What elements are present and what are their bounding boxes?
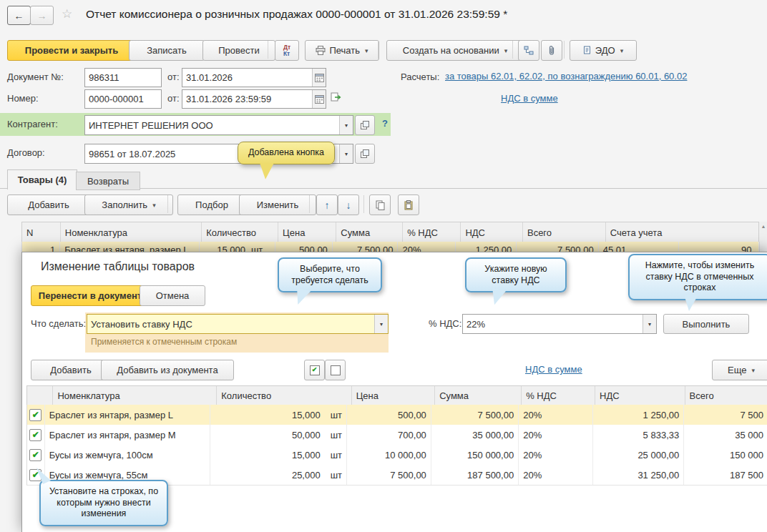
- header-price[interactable]: Цена: [278, 222, 336, 242]
- calendar-icon[interactable]: [312, 90, 326, 108]
- doc-date-from-label: от:: [167, 72, 180, 82]
- toolbar-separator: [167, 195, 168, 213]
- chevron-down-icon[interactable]: ▾: [339, 144, 353, 163]
- header-checkbox: [27, 386, 53, 405]
- settlements-label: Расчеты:: [401, 72, 439, 82]
- open-contractor-button[interactable]: [355, 115, 375, 135]
- copy-icon: [376, 200, 385, 210]
- header-quantity[interactable]: Количество: [202, 222, 278, 242]
- number-input[interactable]: 0000-000001: [84, 89, 162, 109]
- check-all-button[interactable]: ✔: [304, 360, 325, 380]
- cell-vat: 1 250,00: [593, 405, 684, 425]
- printer-icon: [316, 46, 326, 55]
- forward-icon: →: [37, 10, 47, 21]
- write-button[interactable]: Записать: [129, 40, 205, 61]
- uncheck-all-button[interactable]: [325, 360, 346, 380]
- cell-vat-rate: 20%: [519, 465, 593, 485]
- dialog-cancel-button[interactable]: Отмена: [140, 285, 205, 306]
- back-icon: ←: [14, 10, 24, 21]
- dtkt-button[interactable]: ДтКт: [275, 40, 299, 61]
- chevron-down-icon[interactable]: ▾: [374, 315, 388, 333]
- header-vat[interactable]: НДС: [595, 386, 685, 405]
- back-button[interactable]: ←: [7, 6, 31, 25]
- open-contract-button[interactable]: [355, 144, 375, 164]
- header-vat[interactable]: НДС: [461, 222, 523, 242]
- open-icon: [361, 149, 369, 158]
- chevron-down-icon[interactable]: ▾: [339, 116, 353, 134]
- header-nomenclature[interactable]: Номенклатура: [61, 222, 202, 242]
- post-button[interactable]: Провести: [202, 40, 275, 61]
- row-checkbox[interactable]: ✔: [29, 409, 41, 421]
- cell-vat-rate: 20%: [519, 445, 593, 465]
- goods-fill-button[interactable]: Заполнить▾: [84, 194, 173, 215]
- chevron-down-icon: ▾: [365, 47, 368, 54]
- dialog-table-row[interactable]: ✔ Браслет из янтаря, размер М 50,000шт 7…: [26, 425, 767, 445]
- fill-date-button[interactable]: [331, 92, 341, 102]
- cell-vat-rate: 20%: [519, 405, 593, 425]
- cell-quantity: 25,000шт: [210, 465, 347, 485]
- contractor-input[interactable]: ИНТЕРНЕТ РЕШЕНИЯ ООО ▾: [84, 115, 353, 135]
- check-all-icon: ✔: [310, 365, 320, 375]
- row-checkbox[interactable]: ✔: [29, 449, 41, 461]
- cell-vat: 31 250,00: [593, 465, 684, 485]
- action-hint: Применяется к отмеченным строкам: [91, 337, 237, 347]
- attachments-button[interactable]: [541, 40, 562, 61]
- header-vat-rate[interactable]: % НДС: [522, 386, 595, 405]
- related-documents-button[interactable]: [518, 40, 539, 61]
- doc-number-input[interactable]: 986311: [84, 68, 162, 87]
- add-from-document-button[interactable]: Добавить из документа: [101, 360, 234, 380]
- doc-date-input[interactable]: 31.01.2026: [182, 68, 326, 87]
- header-price[interactable]: Цена: [352, 386, 435, 405]
- dialog-table-row[interactable]: ✔ Браслет из янтаря, размер L 15,000шт 5…: [26, 405, 767, 425]
- main-table-header: N Номенклатура Количество Цена Сумма % Н…: [21, 222, 760, 243]
- vat-rate-select[interactable]: 22% ▾: [462, 314, 657, 334]
- cell-quantity: 15,000шт: [210, 405, 347, 425]
- cell-checkbox: ✔: [27, 425, 45, 445]
- header-n[interactable]: N: [22, 222, 61, 242]
- execute-button[interactable]: Выполнить: [663, 314, 749, 334]
- paste-rows-button[interactable]: [398, 194, 419, 215]
- callout-set-rate: Укажите новую ставку НДС: [465, 257, 567, 292]
- move-up-button[interactable]: ↑: [316, 194, 338, 215]
- print-button[interactable]: Печать▾: [305, 40, 379, 61]
- help-link[interactable]: ?: [382, 118, 388, 129]
- chevron-down-icon[interactable]: ▾: [643, 315, 656, 333]
- cell-quantity: 50,000шт: [210, 425, 347, 445]
- number-date-input[interactable]: 31.01.2026 23:59:59: [182, 89, 326, 109]
- post-and-close-button[interactable]: Провести и закрыть: [7, 40, 136, 61]
- goods-change-button[interactable]: Изменить: [239, 194, 316, 215]
- toolbar-separator: [363, 195, 364, 213]
- arrow-up-icon: ↑: [325, 200, 330, 211]
- chevron-down-icon: ▾: [751, 367, 755, 374]
- copy-rows-button[interactable]: [369, 194, 391, 215]
- goods-add-button[interactable]: Добавить: [7, 194, 90, 215]
- header-total[interactable]: Всего: [685, 386, 767, 405]
- edo-button[interactable]: ЭДО▾: [570, 40, 637, 61]
- header-accounts[interactable]: Счета учета: [606, 222, 759, 242]
- create-based-on-button[interactable]: Создать на основании▾: [386, 40, 524, 61]
- calendar-icon[interactable]: [312, 69, 326, 87]
- header-total[interactable]: Всего: [523, 222, 606, 242]
- header-sum[interactable]: Сумма: [435, 386, 522, 405]
- dialog-add-button[interactable]: Добавить: [31, 360, 111, 380]
- dialog-table-row[interactable]: ✔ Бусы из жемчуга, 100см 15,000шт 10 000…: [26, 445, 767, 466]
- open-icon: [361, 121, 369, 129]
- header-nomenclature[interactable]: Номенклатура: [53, 386, 217, 405]
- move-down-button[interactable]: ↓: [338, 194, 359, 215]
- forward-button[interactable]: →: [30, 6, 54, 25]
- favorite-star-icon[interactable]: ☆: [62, 6, 72, 21]
- more-button[interactable]: Еще▾: [712, 360, 767, 380]
- tab-goods[interactable]: Товары (4): [7, 169, 77, 189]
- header-vat-rate[interactable]: % НДС: [403, 222, 461, 242]
- settlements-link[interactable]: за товары 62.01, 62.02, по вознаграждени…: [445, 71, 687, 82]
- action-select[interactable]: Установить ставку НДС ▾: [87, 314, 389, 334]
- transfer-to-document-button[interactable]: Перенести в документ: [31, 285, 150, 306]
- dialog-vat-in-amount-link[interactable]: НДС в сумме: [525, 364, 582, 375]
- row-checkbox[interactable]: ✔: [29, 429, 41, 441]
- vat-in-amount-link[interactable]: НДС в сумме: [501, 93, 558, 104]
- goods-pick-button[interactable]: Подбор: [177, 194, 246, 215]
- tab-returns[interactable]: Возвраты: [76, 172, 140, 190]
- action-label: Что сделать:: [31, 318, 86, 329]
- header-sum[interactable]: Сумма: [336, 222, 403, 242]
- header-quantity[interactable]: Количество: [217, 386, 351, 405]
